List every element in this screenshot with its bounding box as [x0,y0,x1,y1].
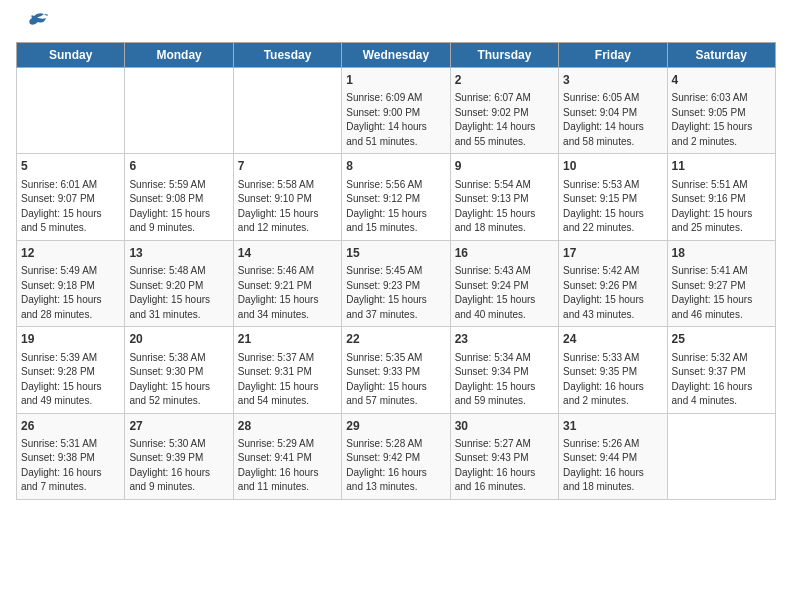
day-info: Sunrise: 5:58 AM Sunset: 9:10 PM Dayligh… [238,178,337,236]
calendar-day-cell: 29Sunrise: 5:28 AM Sunset: 9:42 PM Dayli… [342,413,450,499]
day-number: 13 [129,245,228,262]
day-info: Sunrise: 5:35 AM Sunset: 9:33 PM Dayligh… [346,351,445,409]
calendar-week-row: 12Sunrise: 5:49 AM Sunset: 9:18 PM Dayli… [17,240,776,326]
day-info: Sunrise: 5:56 AM Sunset: 9:12 PM Dayligh… [346,178,445,236]
day-number: 6 [129,158,228,175]
day-info: Sunrise: 5:53 AM Sunset: 9:15 PM Dayligh… [563,178,662,236]
day-info: Sunrise: 5:51 AM Sunset: 9:16 PM Dayligh… [672,178,771,236]
calendar-day-cell: 13Sunrise: 5:48 AM Sunset: 9:20 PM Dayli… [125,240,233,326]
day-number: 11 [672,158,771,175]
calendar-day-cell: 11Sunrise: 5:51 AM Sunset: 9:16 PM Dayli… [667,154,775,240]
day-number: 28 [238,418,337,435]
day-info: Sunrise: 5:49 AM Sunset: 9:18 PM Dayligh… [21,264,120,322]
calendar-empty-cell [233,68,341,154]
page-header [16,16,776,34]
calendar-day-cell: 14Sunrise: 5:46 AM Sunset: 9:21 PM Dayli… [233,240,341,326]
day-number: 15 [346,245,445,262]
day-info: Sunrise: 5:54 AM Sunset: 9:13 PM Dayligh… [455,178,554,236]
day-info: Sunrise: 5:41 AM Sunset: 9:27 PM Dayligh… [672,264,771,322]
day-number: 8 [346,158,445,175]
day-number: 29 [346,418,445,435]
weekday-header-row: SundayMondayTuesdayWednesdayThursdayFrid… [17,43,776,68]
day-info: Sunrise: 5:59 AM Sunset: 9:08 PM Dayligh… [129,178,228,236]
calendar-day-cell: 15Sunrise: 5:45 AM Sunset: 9:23 PM Dayli… [342,240,450,326]
calendar-day-cell: 8Sunrise: 5:56 AM Sunset: 9:12 PM Daylig… [342,154,450,240]
calendar-day-cell: 28Sunrise: 5:29 AM Sunset: 9:41 PM Dayli… [233,413,341,499]
calendar-day-cell: 23Sunrise: 5:34 AM Sunset: 9:34 PM Dayli… [450,327,558,413]
day-info: Sunrise: 5:46 AM Sunset: 9:21 PM Dayligh… [238,264,337,322]
calendar-table: SundayMondayTuesdayWednesdayThursdayFrid… [16,42,776,500]
day-info: Sunrise: 5:34 AM Sunset: 9:34 PM Dayligh… [455,351,554,409]
day-number: 24 [563,331,662,348]
calendar-day-cell: 26Sunrise: 5:31 AM Sunset: 9:38 PM Dayli… [17,413,125,499]
weekday-header-saturday: Saturday [667,43,775,68]
day-number: 31 [563,418,662,435]
logo-bird-icon [20,12,48,34]
calendar-day-cell: 7Sunrise: 5:58 AM Sunset: 9:10 PM Daylig… [233,154,341,240]
calendar-week-row: 1Sunrise: 6:09 AM Sunset: 9:00 PM Daylig… [17,68,776,154]
calendar-day-cell: 18Sunrise: 5:41 AM Sunset: 9:27 PM Dayli… [667,240,775,326]
day-number: 3 [563,72,662,89]
day-number: 25 [672,331,771,348]
calendar-day-cell: 27Sunrise: 5:30 AM Sunset: 9:39 PM Dayli… [125,413,233,499]
calendar-body: 1Sunrise: 6:09 AM Sunset: 9:00 PM Daylig… [17,68,776,500]
day-number: 21 [238,331,337,348]
logo [16,16,48,34]
day-number: 12 [21,245,120,262]
calendar-day-cell: 12Sunrise: 5:49 AM Sunset: 9:18 PM Dayli… [17,240,125,326]
day-number: 26 [21,418,120,435]
day-number: 18 [672,245,771,262]
day-info: Sunrise: 6:03 AM Sunset: 9:05 PM Dayligh… [672,91,771,149]
day-info: Sunrise: 5:45 AM Sunset: 9:23 PM Dayligh… [346,264,445,322]
day-number: 23 [455,331,554,348]
day-info: Sunrise: 5:28 AM Sunset: 9:42 PM Dayligh… [346,437,445,495]
day-number: 10 [563,158,662,175]
calendar-day-cell: 30Sunrise: 5:27 AM Sunset: 9:43 PM Dayli… [450,413,558,499]
day-info: Sunrise: 5:29 AM Sunset: 9:41 PM Dayligh… [238,437,337,495]
day-info: Sunrise: 5:31 AM Sunset: 9:38 PM Dayligh… [21,437,120,495]
day-info: Sunrise: 5:32 AM Sunset: 9:37 PM Dayligh… [672,351,771,409]
calendar-day-cell: 31Sunrise: 5:26 AM Sunset: 9:44 PM Dayli… [559,413,667,499]
calendar-empty-cell [17,68,125,154]
day-info: Sunrise: 6:09 AM Sunset: 9:00 PM Dayligh… [346,91,445,149]
day-number: 30 [455,418,554,435]
day-info: Sunrise: 5:48 AM Sunset: 9:20 PM Dayligh… [129,264,228,322]
calendar-week-row: 19Sunrise: 5:39 AM Sunset: 9:28 PM Dayli… [17,327,776,413]
day-info: Sunrise: 5:38 AM Sunset: 9:30 PM Dayligh… [129,351,228,409]
calendar-day-cell: 2Sunrise: 6:07 AM Sunset: 9:02 PM Daylig… [450,68,558,154]
calendar-day-cell: 17Sunrise: 5:42 AM Sunset: 9:26 PM Dayli… [559,240,667,326]
calendar-day-cell: 3Sunrise: 6:05 AM Sunset: 9:04 PM Daylig… [559,68,667,154]
weekday-header-wednesday: Wednesday [342,43,450,68]
calendar-day-cell: 9Sunrise: 5:54 AM Sunset: 9:13 PM Daylig… [450,154,558,240]
weekday-header-sunday: Sunday [17,43,125,68]
calendar-day-cell: 16Sunrise: 5:43 AM Sunset: 9:24 PM Dayli… [450,240,558,326]
calendar-week-row: 5Sunrise: 6:01 AM Sunset: 9:07 PM Daylig… [17,154,776,240]
day-info: Sunrise: 5:43 AM Sunset: 9:24 PM Dayligh… [455,264,554,322]
weekday-header-thursday: Thursday [450,43,558,68]
calendar-day-cell: 19Sunrise: 5:39 AM Sunset: 9:28 PM Dayli… [17,327,125,413]
day-number: 5 [21,158,120,175]
day-info: Sunrise: 5:39 AM Sunset: 9:28 PM Dayligh… [21,351,120,409]
day-number: 9 [455,158,554,175]
weekday-header-tuesday: Tuesday [233,43,341,68]
day-info: Sunrise: 5:27 AM Sunset: 9:43 PM Dayligh… [455,437,554,495]
day-info: Sunrise: 5:33 AM Sunset: 9:35 PM Dayligh… [563,351,662,409]
calendar-day-cell: 25Sunrise: 5:32 AM Sunset: 9:37 PM Dayli… [667,327,775,413]
calendar-day-cell: 22Sunrise: 5:35 AM Sunset: 9:33 PM Dayli… [342,327,450,413]
day-number: 17 [563,245,662,262]
day-number: 1 [346,72,445,89]
day-number: 27 [129,418,228,435]
calendar-day-cell: 10Sunrise: 5:53 AM Sunset: 9:15 PM Dayli… [559,154,667,240]
weekday-header-friday: Friday [559,43,667,68]
day-number: 20 [129,331,228,348]
day-info: Sunrise: 6:01 AM Sunset: 9:07 PM Dayligh… [21,178,120,236]
calendar-week-row: 26Sunrise: 5:31 AM Sunset: 9:38 PM Dayli… [17,413,776,499]
calendar-day-cell: 1Sunrise: 6:09 AM Sunset: 9:00 PM Daylig… [342,68,450,154]
calendar-day-cell: 6Sunrise: 5:59 AM Sunset: 9:08 PM Daylig… [125,154,233,240]
day-number: 4 [672,72,771,89]
calendar-day-cell: 4Sunrise: 6:03 AM Sunset: 9:05 PM Daylig… [667,68,775,154]
day-info: Sunrise: 5:42 AM Sunset: 9:26 PM Dayligh… [563,264,662,322]
calendar-day-cell: 24Sunrise: 5:33 AM Sunset: 9:35 PM Dayli… [559,327,667,413]
day-info: Sunrise: 6:05 AM Sunset: 9:04 PM Dayligh… [563,91,662,149]
day-number: 19 [21,331,120,348]
